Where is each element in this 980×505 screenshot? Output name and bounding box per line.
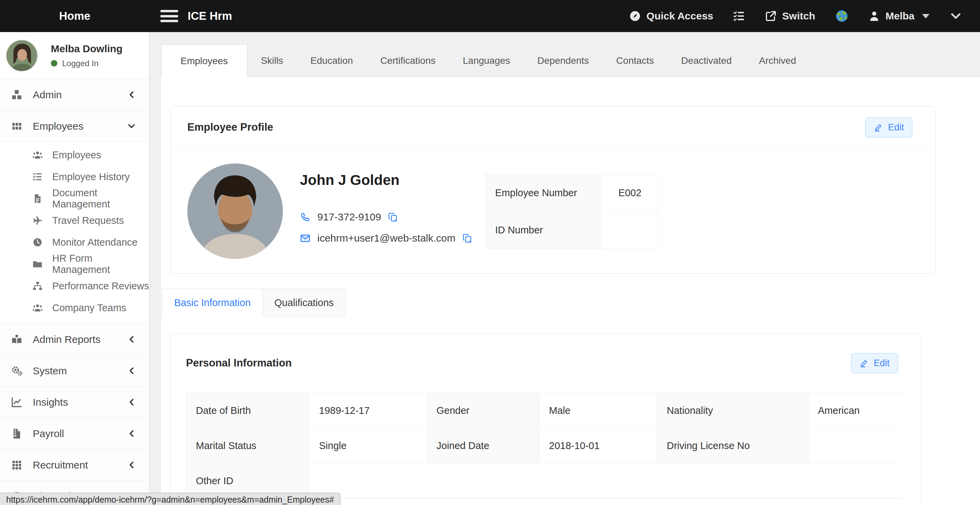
edit-personal-information-button[interactable]: Edit (851, 353, 898, 373)
field-label: Date of Birth (186, 393, 310, 428)
cubes-icon (11, 89, 22, 101)
sidebar-item-admin-reports[interactable]: Admin Reports (0, 324, 149, 355)
profile-sub-tabs: Basic Information Qualifications (162, 289, 345, 317)
copy-icon[interactable] (388, 212, 398, 222)
users-icon (32, 303, 43, 313)
sidebar-item-performance-reviews[interactable]: Performance Reviews (0, 275, 149, 297)
tab-education[interactable]: Education (297, 45, 367, 77)
sidebar-item-recruitment[interactable]: Recruitment (0, 449, 149, 481)
quick-access-label: Quick Access (647, 10, 713, 22)
topbar-actions: Quick Access Switch Melba (629, 9, 980, 23)
personal-information-card: Personal Information Edit Date of Birth … (170, 333, 921, 505)
chevron-down-icon (949, 10, 962, 22)
language-globe-button[interactable] (835, 9, 849, 23)
quick-access-button[interactable]: Quick Access (629, 10, 713, 22)
employee-profile-header: Employee Profile Edit (171, 107, 935, 148)
tab-archived[interactable]: Archived (745, 45, 810, 77)
sidebar-item-label: Performance Reviews (52, 280, 149, 292)
top-bar: Home ICE Hrm Quick Access Switch Melba (0, 0, 980, 32)
sidebar-item-label: HR Form Management (52, 253, 149, 276)
user-avatar-image (6, 40, 38, 72)
employee-photo-image (187, 163, 283, 259)
main-tab-bar: Employees Skills Education Certification… (161, 45, 810, 77)
sidebar-item-label: Payroll (33, 428, 64, 440)
personal-information-header: Personal Information Edit (170, 333, 921, 393)
employee-number-value: E002 (601, 174, 658, 212)
compass-icon (629, 10, 641, 22)
sidebar-item-admin[interactable]: Admin (0, 79, 149, 111)
nationality-value: American (808, 393, 903, 428)
sidebar-item-monitor-attendance[interactable]: Monitor Attendance (0, 231, 149, 253)
sidebar-item-label: Recruitment (33, 459, 88, 471)
phone-row: 917-372-9109 (300, 211, 398, 223)
gender-value: Male (539, 393, 657, 428)
chevron-left-icon (127, 90, 136, 99)
edit-button-label: Edit (888, 122, 904, 133)
sidebar-item-company-teams[interactable]: Company Teams (0, 297, 149, 319)
email-row: icehrm+user1@web-stalk.com (300, 233, 472, 244)
field-label: Marital Status (186, 428, 310, 464)
sidebar-item-label: Travel Requests (52, 215, 124, 226)
personal-information-table: Date of Birth 1989-12-17 Gender Male Nat… (186, 393, 902, 499)
user-menu[interactable]: Melba (869, 10, 929, 22)
collapse-topbar-button[interactable] (949, 10, 962, 22)
tab-contacts[interactable]: Contacts (603, 45, 668, 77)
tab-dependents[interactable]: Dependents (524, 45, 603, 77)
sidebar-item-employees-group[interactable]: Employees (0, 111, 149, 142)
phone-icon (300, 212, 310, 223)
switch-button[interactable]: Switch (765, 10, 815, 22)
pencil-icon (874, 123, 883, 132)
sidebar-item-label: Admin (33, 89, 62, 101)
mail-icon (300, 233, 310, 244)
hamburger-menu-icon[interactable] (161, 10, 178, 22)
link-preview-statusbar: https://icehrm.com/app/demo-icehrm/?g=ad… (0, 493, 340, 505)
copy-icon[interactable] (462, 233, 472, 243)
sidebar-item-label: Document Management (52, 187, 149, 210)
book-reader-icon (11, 334, 22, 345)
sidebar-item-document-management[interactable]: Document Management (0, 188, 149, 210)
sidebar-item-system[interactable]: System (0, 355, 149, 387)
logged-in-label: Logged In (62, 59, 99, 68)
id-number-value (601, 212, 658, 249)
app-brand: ICE Hrm (188, 10, 232, 22)
chevron-left-icon (127, 398, 136, 407)
task-list-button[interactable] (733, 10, 745, 22)
sidebar-item-employee-history[interactable]: Employee History (0, 166, 149, 188)
task-list-icon (733, 10, 745, 22)
edit-button-label: Edit (873, 358, 889, 368)
grid9-icon (11, 459, 22, 471)
sidebar-item-employees[interactable]: Employees (0, 144, 149, 166)
home-link[interactable]: Home (0, 10, 150, 22)
section-title: Employee Profile (187, 121, 273, 134)
sidebar-user-name: Melba Dowling (51, 43, 123, 54)
tab-basic-information[interactable]: Basic Information (162, 289, 263, 317)
clock-icon (32, 237, 43, 247)
sidebar-item-travel-requests[interactable]: Travel Requests (0, 210, 149, 231)
employee-meta-table: Employee Number E002 ID Number (485, 174, 659, 249)
tab-skills[interactable]: Skills (247, 45, 297, 77)
tab-certifications[interactable]: Certifications (366, 45, 449, 77)
sidebar-item-hr-form-management[interactable]: HR Form Management (0, 253, 149, 275)
sidebar-item-label: Employee History (52, 171, 130, 183)
sidebar-item-label: Monitor Attendance (52, 237, 137, 248)
sidebar-item-payroll[interactable]: Payroll (0, 418, 149, 449)
sidebar-item-label: Employees (33, 121, 83, 132)
sidebar: Melba Dowling Logged In Admin Employees … (0, 32, 150, 505)
employee-name: John J Golden (300, 172, 399, 188)
plane-icon (32, 215, 43, 226)
driving-license-value (808, 428, 903, 464)
chevron-left-icon (127, 366, 136, 375)
globe-icon (835, 9, 849, 23)
avatar (6, 40, 38, 72)
tab-deactivated[interactable]: Deactivated (667, 45, 745, 77)
tab-employees[interactable]: Employees (161, 45, 247, 77)
joined-date-value: 2018-10-01 (539, 428, 657, 464)
edit-profile-button[interactable]: Edit (865, 117, 912, 137)
sidebar-item-label: Insights (33, 397, 68, 408)
field-label: Joined Date (427, 428, 539, 464)
tab-languages[interactable]: Languages (449, 45, 524, 77)
date-of-birth-value: 1989-12-17 (310, 393, 427, 428)
sidebar-item-label: Admin Reports (33, 334, 100, 345)
sidebar-item-insights[interactable]: Insights (0, 387, 149, 418)
tab-qualifications[interactable]: Qualifications (263, 289, 345, 317)
